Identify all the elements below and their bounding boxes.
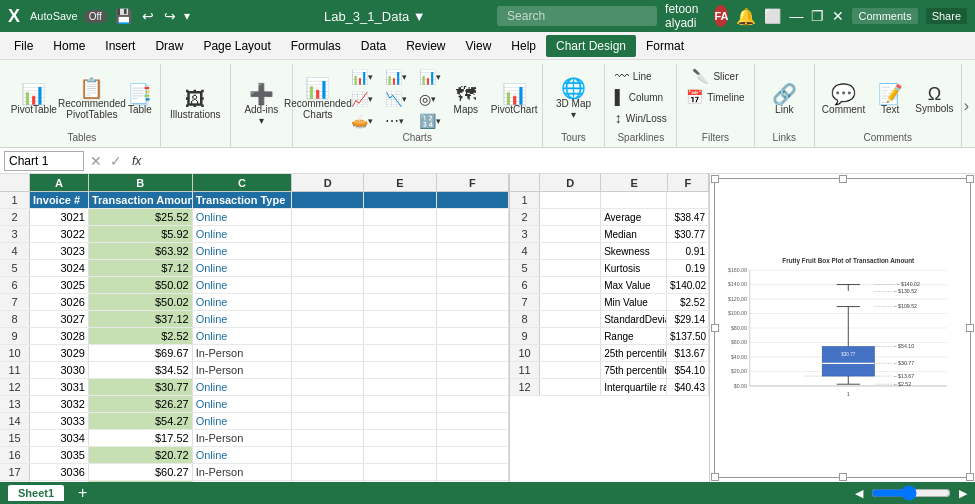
menu-chart-design[interactable]: Chart Design	[546, 35, 636, 57]
table-row: 16 3035 $20.72 Online	[0, 447, 509, 464]
menu-format[interactable]: Format	[636, 35, 694, 57]
svg-text:$60.00: $60.00	[731, 339, 747, 345]
col-header-c[interactable]: C	[193, 174, 292, 191]
ribbon-btn-timeline[interactable]: 📅 Timeline	[681, 87, 749, 107]
ribbon-btn-recommended-charts[interactable]: 📊 Recommended Charts	[292, 75, 344, 123]
chart-handle-bl[interactable]	[711, 473, 719, 481]
ribbon-group-links: 🔗 Link Links	[755, 64, 815, 147]
excel-logo: X	[8, 6, 20, 27]
scroll-right-icon[interactable]: ▶	[959, 487, 967, 500]
sparkline-line-icon: 〰	[615, 69, 629, 83]
menu-home[interactable]: Home	[43, 35, 95, 57]
redo-button[interactable]: ↪	[162, 6, 178, 26]
ribbon-btn-scatter-chart[interactable]: ⋯ ▾	[380, 111, 412, 131]
menu-help[interactable]: Help	[501, 35, 546, 57]
add-sheet-button[interactable]: +	[78, 484, 87, 502]
save-button[interactable]: 💾	[113, 6, 134, 26]
ribbon-scroll-right[interactable]: ›	[962, 95, 971, 117]
ribbon-btn-link[interactable]: 🔗 Link	[766, 81, 802, 118]
chart-handle-br[interactable]	[966, 473, 974, 481]
ribbon-btn-illustrations[interactable]: 🖼 Illustrations	[165, 86, 226, 123]
ribbon-btn-recommended-pivot[interactable]: 📋 Recommended PivotTables	[64, 75, 120, 123]
col-header-f[interactable]: F	[437, 174, 509, 191]
stats-col-header: D E F	[510, 174, 709, 192]
zoom-slider[interactable]	[871, 485, 951, 501]
menu-insert[interactable]: Insert	[95, 35, 145, 57]
ribbon-btn-waterfall-chart[interactable]: 📊 ▾	[414, 67, 446, 87]
stats-col-d[interactable]: D	[540, 174, 601, 191]
sheet-tab[interactable]: Sheet1	[8, 485, 64, 501]
customize-qat-icon[interactable]: ▾	[184, 9, 190, 23]
undo-button[interactable]: ↩	[140, 6, 156, 26]
bell-icon[interactable]: 🔔	[736, 7, 756, 26]
table-row: 5 3024 $7.12 Online	[0, 260, 509, 277]
chart-handle-tm[interactable]	[839, 175, 847, 183]
ribbon-btn-maps[interactable]: 🗺 Maps	[448, 81, 484, 118]
menu-formulas[interactable]: Formulas	[281, 35, 351, 57]
ribbon-btn-comment[interactable]: 💬 Comment	[817, 81, 870, 118]
menu-page-layout[interactable]: Page Layout	[193, 35, 280, 57]
ribbon-btn-column-chart[interactable]: 📊 ▾	[346, 67, 378, 87]
ribbon-btn-sparkline-line[interactable]: 〰 Line	[610, 66, 670, 86]
ribbon-btn-3dmap[interactable]: 🌐 3D Map ▾	[549, 75, 599, 123]
chart-handle-bm[interactable]	[839, 473, 847, 481]
ribbon-btn-combo-chart[interactable]: 🔢 ▾	[414, 111, 446, 131]
col-header-d[interactable]: D	[292, 174, 364, 191]
search-input[interactable]	[497, 6, 657, 26]
sparkline-column-icon: ▌	[615, 90, 625, 104]
ribbon-btn-pie-chart[interactable]: 🥧 ▾	[346, 111, 378, 131]
comments-button[interactable]: Comments	[852, 8, 917, 24]
col-header-a[interactable]: A	[30, 174, 89, 191]
avatar[interactable]: FA	[714, 5, 728, 27]
ribbon-btn-area-chart[interactable]: 📉 ▾	[380, 89, 412, 109]
formula-input[interactable]	[149, 154, 971, 168]
menu-view[interactable]: View	[456, 35, 502, 57]
stats-col-f[interactable]: F	[668, 174, 709, 191]
stats-rows-container: 2 Average $38.47 3 Median $30.77 4 Skewn…	[510, 209, 709, 396]
table-row-header: 1 Invoice # Transaction Amount Transacti…	[0, 192, 509, 209]
chart-handle-ml[interactable]	[711, 324, 719, 332]
autosave-toggle[interactable]: Off	[84, 10, 107, 23]
ribbon-btn-pivottable[interactable]: 📊 PivotTable	[6, 81, 62, 118]
col-header-e[interactable]: E	[364, 174, 436, 191]
ribbon-btn-other-chart[interactable]: ◎ ▾	[414, 89, 446, 109]
checkmark-icon[interactable]: ✓	[108, 153, 124, 169]
svg-text:1: 1	[847, 391, 850, 397]
ribbon-btn-table[interactable]: 📑 Table	[122, 81, 158, 118]
chart-handle-tr[interactable]	[966, 175, 974, 183]
restore-icon[interactable]: ❐	[811, 8, 824, 24]
minimize-icon[interactable]: —	[789, 8, 803, 24]
ribbon-btn-symbols[interactable]: Ω Symbols	[910, 82, 958, 117]
menu-data[interactable]: Data	[351, 35, 396, 57]
chart-handle-tl[interactable]	[711, 175, 719, 183]
share-button[interactable]: Share	[926, 8, 967, 24]
close-icon[interactable]: ✕	[832, 8, 844, 24]
svg-text:$140.00: $140.00	[728, 281, 747, 287]
addins-icon: ➕	[249, 84, 274, 104]
menu-review[interactable]: Review	[396, 35, 455, 57]
chart-handle-mr[interactable]	[966, 324, 974, 332]
stats-col-e[interactable]: E	[601, 174, 667, 191]
ribbon-btn-slicer[interactable]: 🔪 Slicer	[687, 66, 743, 86]
name-box[interactable]	[4, 151, 84, 171]
rec-pivottable-icon: 📋	[79, 78, 104, 98]
bar-chart-icon: 📊	[385, 70, 402, 84]
col-header-b[interactable]: B	[89, 174, 193, 191]
svg-text:←$130.52: ←$130.52	[893, 288, 917, 294]
file-title[interactable]: Lab_3_1_Data ▼	[324, 9, 426, 24]
cross-icon[interactable]: ✕	[88, 153, 104, 169]
menu-draw[interactable]: Draw	[145, 35, 193, 57]
ribbon-btn-pivotchart[interactable]: 📊 PivotChart	[486, 81, 543, 118]
ribbon-btn-bar-chart[interactable]: 📊 ▾	[380, 67, 412, 87]
ribbon-btn-sparkline-column[interactable]: ▌ Column	[610, 87, 670, 107]
stats-panel: D E F 1 2 Average $38.47 3 Median $30.77…	[510, 174, 710, 482]
illustrations-icon: 🖼	[185, 89, 205, 109]
menu-file[interactable]: File	[4, 35, 43, 57]
ribbon-btn-sparkline-winloss[interactable]: ↕ Win/Loss	[610, 108, 672, 128]
scroll-left-icon[interactable]: ◀	[855, 487, 863, 500]
ribbon-display-icon[interactable]: ⬜	[764, 8, 781, 24]
ribbon-btn-text[interactable]: 📝 Text	[872, 81, 908, 118]
ribbon-btn-line-chart[interactable]: 📈 ▾	[346, 89, 378, 109]
svg-text:$80.00: $80.00	[731, 325, 747, 331]
ribbon-btn-addins[interactable]: ➕ Add-ins ▾	[237, 81, 286, 129]
